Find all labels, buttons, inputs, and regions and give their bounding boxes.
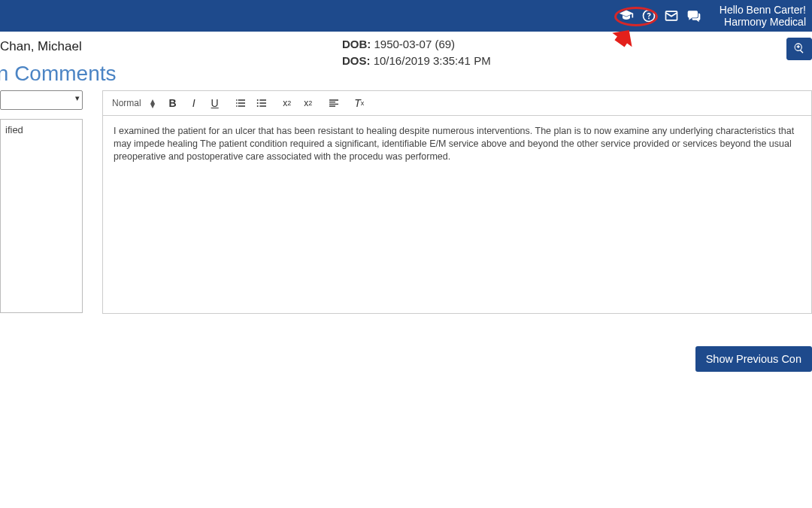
chat-bubbles-icon[interactable] [686, 8, 701, 23]
dos-value: 10/16/2019 3:35:41 PM [374, 54, 491, 67]
top-navbar: Hello Benn Carter! Harmony Medical [0, 0, 812, 32]
clear-format-button[interactable]: Tx [352, 96, 367, 111]
patient-info-bar: Chan, Michael DOB: 1950-03-07 (69) DOS: … [0, 32, 812, 59]
subscript-button[interactable]: x2 [280, 96, 295, 111]
left-sidebar: ified [0, 90, 84, 315]
topbar-icon-group [619, 8, 701, 23]
graduation-cap-icon[interactable] [619, 8, 634, 23]
show-previous-button[interactable]: Show Previous Con [695, 346, 812, 372]
align-button[interactable] [326, 96, 341, 111]
patient-name: Chan, Michael [0, 39, 82, 54]
ordered-list-button[interactable] [233, 96, 248, 111]
italic-button[interactable]: I [186, 96, 201, 111]
svg-point-1 [256, 99, 258, 101]
main-content-row: ified Normal ▴▾ B I U x2 [0, 90, 812, 315]
help-circle-icon[interactable] [641, 8, 656, 23]
rich-text-editor: Normal ▴▾ B I U x2 x2 [102, 90, 812, 314]
underline-button[interactable]: U [208, 96, 223, 111]
template-select[interactable] [0, 90, 83, 110]
bold-button[interactable]: B [165, 96, 180, 111]
magnify-plus-icon [793, 42, 805, 56]
sidebar-textarea[interactable]: ified [0, 119, 83, 313]
editor-toolbar: Normal ▴▾ B I U x2 x2 [103, 91, 811, 116]
greeting-text: Hello Benn Carter! [720, 4, 806, 16]
dob-label: DOB: [342, 38, 371, 50]
svg-point-2 [256, 102, 258, 104]
svg-point-3 [256, 105, 258, 107]
envelope-icon[interactable] [664, 8, 679, 23]
dob-value: 1950-03-07 (69) [374, 38, 456, 50]
patient-meta: DOB: 1950-03-07 (69) DOS: 10/16/2019 3:3… [342, 36, 491, 69]
user-info-block: Hello Benn Carter! Harmony Medical [720, 4, 806, 28]
style-select-caret-icon: ▴▾ [150, 99, 155, 108]
paragraph-style-select[interactable]: Normal [112, 98, 144, 108]
editor-content-area[interactable]: I examined the patient for an ulcer that… [103, 116, 811, 313]
org-name-text: Harmony Medical [720, 16, 806, 28]
dos-label: DOS: [342, 54, 371, 67]
superscript-button[interactable]: x2 [301, 96, 316, 111]
unordered-list-button[interactable] [254, 96, 269, 111]
search-button[interactable] [786, 38, 812, 60]
